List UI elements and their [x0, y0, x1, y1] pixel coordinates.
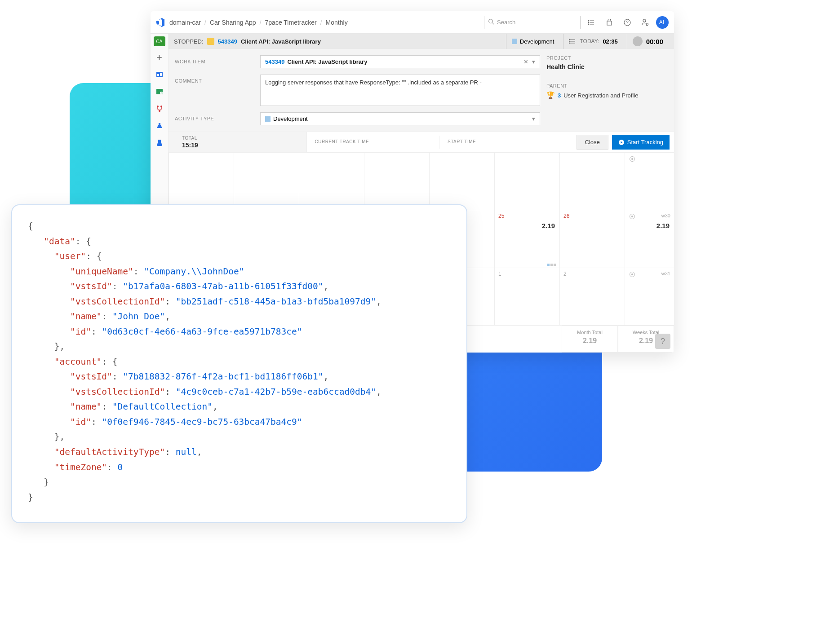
json-account-collectionid: "4c9c0ceb-c7a1-42b7-b59e-eab6ccad0db4" [176, 387, 376, 397]
svg-point-17 [157, 106, 159, 107]
search-icon [488, 18, 494, 26]
json-account-name: "DefaultCollection" [112, 401, 213, 412]
week-label: w31 [661, 271, 670, 276]
close-button[interactable]: Close [577, 135, 608, 150]
day-indicator [547, 264, 556, 266]
total-value: 15:19 [182, 141, 298, 149]
activity-type-label: ACTIVITY TYPE [175, 112, 260, 121]
timer-box[interactable]: 00:00 [627, 34, 669, 49]
calendar-day[interactable]: 1 [494, 268, 559, 325]
day-number: 2 [563, 271, 567, 277]
devops-logo-icon[interactable] [156, 18, 166, 27]
breadcrumb-project[interactable]: Car Sharing App [210, 19, 256, 26]
day-number: 1 [498, 271, 501, 277]
calendar-day[interactable] [299, 153, 364, 210]
trophy-icon: 🏆 [546, 91, 555, 99]
artifacts-icon[interactable] [154, 120, 165, 132]
add-icon[interactable]: + [154, 52, 165, 63]
svg-point-24 [569, 39, 570, 40]
svg-point-5 [588, 20, 589, 21]
svg-point-0 [489, 19, 493, 23]
activity-color-icon [265, 116, 271, 122]
calendar-day[interactable] [429, 153, 494, 210]
calendar-week-summary: w31 [625, 268, 674, 325]
svg-line-1 [492, 23, 494, 25]
chevron-down-icon[interactable]: ▾ [532, 115, 535, 122]
total-label: TOTAL [182, 136, 298, 141]
chevron-down-icon[interactable]: ▾ [532, 58, 535, 65]
svg-point-25 [569, 41, 570, 42]
search-placeholder: Search [497, 19, 515, 26]
comment-field-label: COMMENT [175, 75, 260, 84]
svg-point-10 [643, 19, 646, 22]
calendar-day[interactable] [234, 153, 299, 210]
day-number: 25 [498, 213, 504, 219]
svg-point-18 [160, 106, 162, 107]
calendar-day[interactable]: 2 [559, 268, 625, 325]
test-icon[interactable] [154, 137, 165, 149]
parent-link[interactable]: 🏆 3 User Registration and Profile [546, 91, 668, 99]
json-default-activity: null [176, 447, 197, 457]
help-icon[interactable]: ? [620, 15, 634, 30]
json-user-name: "John Doe" [112, 311, 165, 322]
breadcrumb-view[interactable]: Monthly [326, 19, 348, 26]
svg-rect-13 [157, 74, 159, 76]
svg-rect-14 [160, 73, 162, 76]
clear-icon[interactable]: ✕ [523, 58, 528, 65]
calendar-week-summary: w30 2.19 [625, 210, 674, 267]
repos-icon[interactable] [154, 86, 165, 97]
parent-section-label: PARENT [546, 83, 668, 88]
activity-type-select[interactable]: Development ▾ [260, 112, 540, 125]
list-icon[interactable] [584, 15, 599, 30]
json-account-id: "0f0ef946-7845-4ec9-bc75-63bca47ba4c9" [102, 417, 302, 427]
shopping-bag-icon[interactable] [602, 15, 617, 30]
svg-text:?: ? [626, 20, 629, 25]
calendar-day[interactable] [364, 153, 429, 210]
calendar-day[interactable] [169, 153, 234, 210]
activity-color-icon [512, 39, 517, 44]
project-badge[interactable]: CA [154, 36, 165, 46]
work-item-field[interactable]: 543349 Client API: JavaScript library ✕ … [260, 55, 540, 68]
breadcrumb: domain-car / Car Sharing App / 7pace Tim… [169, 19, 348, 26]
day-hours: 2.19 [542, 222, 555, 229]
work-item-type-icon [207, 38, 214, 45]
breadcrumb-domain[interactable]: domain-car [169, 19, 201, 26]
day-number: 26 [563, 213, 569, 219]
target-icon [630, 156, 635, 162]
json-user-vstsid: "b17afa0a-6803-47ab-a11b-61051f33fd00" [123, 281, 323, 291]
floating-help-icon[interactable]: ? [655, 334, 670, 349]
work-item-field-label: WORK ITEM [175, 55, 260, 64]
json-user-uniquename: "Company.\\JohnDoe" [144, 266, 244, 277]
json-account-vstsid: "7b818832-876f-4f2a-bcf1-bd1186ff06b1" [123, 371, 323, 382]
calendar-day[interactable]: 25 2.19 [494, 210, 559, 267]
today-time-box[interactable]: TODAY: 02:35 [563, 34, 623, 49]
comment-field[interactable]: Logging server responses that have Respo… [260, 75, 540, 106]
month-total-box: Month Total 2.19 [562, 326, 618, 353]
calendar-day[interactable] [559, 153, 625, 210]
pipelines-icon[interactable] [154, 103, 165, 115]
start-time-label: START TIME [448, 139, 564, 144]
status-item-title: Client API: JavaScript library [241, 38, 321, 45]
tracking-form: WORK ITEM 543349 Client API: JavaScript … [169, 49, 674, 132]
boards-icon[interactable] [154, 69, 165, 80]
project-value: Health Clinic [546, 63, 668, 71]
breadcrumb-app[interactable]: 7pace Timetracker [265, 19, 317, 26]
calendar-day[interactable]: 26 [559, 210, 625, 267]
project-section-label: PROJECT [546, 55, 668, 61]
svg-point-6 [588, 22, 589, 23]
json-timezone: 0 [118, 462, 123, 472]
search-input[interactable]: Search [484, 16, 581, 29]
json-code-panel: { "data": { "user": { "uniqueName": "Com… [11, 204, 467, 523]
svg-point-7 [588, 24, 589, 25]
target-icon [630, 214, 635, 219]
status-activity-tag: Development [506, 34, 560, 49]
summary-bar: TOTAL 15:19 CURRENT TRACK TIME START TIM… [169, 132, 674, 153]
user-avatar[interactable]: AL [656, 16, 669, 29]
current-track-label: CURRENT TRACK TIME [315, 139, 431, 144]
start-tracking-button[interactable]: Start Tracking [612, 135, 670, 150]
target-icon [630, 272, 635, 277]
calendar-day[interactable] [494, 153, 559, 210]
user-settings-icon[interactable] [638, 15, 652, 30]
status-item-id[interactable]: 543349 [218, 38, 237, 45]
stopped-label: STOPPED: [174, 38, 204, 45]
